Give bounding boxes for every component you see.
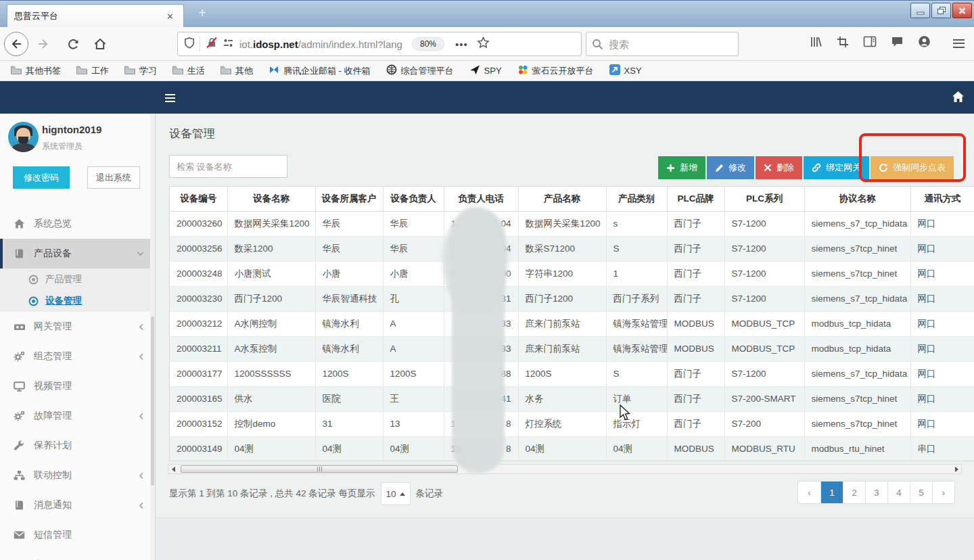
column-header[interactable]: PLC品牌 — [667, 187, 724, 211]
browser-tab[interactable]: 思普云平台 ✕ — [7, 4, 184, 28]
search-icon — [592, 39, 603, 50]
table-row[interactable]: 200003165供水医院王41水务订单西门子S7-200-SMARTsieme… — [170, 386, 974, 411]
submenu-item-设备管理[interactable]: 设备管理 — [0, 290, 155, 312]
column-header[interactable]: 设备名称 — [227, 187, 315, 211]
page-button-3[interactable]: 3 — [865, 482, 887, 503]
account-icon[interactable] — [918, 35, 931, 51]
page-button-5[interactable]: 5 — [910, 482, 932, 503]
window-close-button[interactable] — [952, 3, 972, 18]
bookmark-item[interactable]: 其他 — [221, 65, 253, 77]
table-row[interactable]: 20000314904测04测04测15804测04测MODBUSMODBUS_… — [170, 436, 974, 461]
logout-button[interactable]: 退出系统 — [87, 166, 140, 189]
cell-owner: 小唐 — [383, 261, 444, 286]
device-search-input[interactable] — [169, 155, 287, 178]
delete-button[interactable]: 删除 — [756, 156, 802, 179]
column-header[interactable]: 设备负责人 — [383, 187, 444, 211]
sidebar-item-组态管理[interactable]: 组态管理 — [0, 342, 155, 371]
bookmark-item[interactable]: 学习 — [124, 65, 157, 77]
table-row[interactable]: 200003152控制demo311318灯控系统指示灯西门子S7-200sie… — [170, 411, 974, 436]
bookmark-item[interactable]: 腾讯企业邮箱 - 收件箱 — [269, 64, 371, 77]
sidebar-item-消息通知[interactable]: 消息通知 — [0, 490, 155, 520]
bookmark-item[interactable]: 萤石云开放平台 — [517, 64, 594, 77]
column-header[interactable]: 设备编号 — [170, 187, 227, 211]
horizontal-scrollbar[interactable] — [168, 464, 962, 474]
folder-bookmark-icon — [124, 66, 135, 76]
page-button-4[interactable]: 4 — [887, 482, 910, 503]
screenshot-crop-icon[interactable] — [837, 36, 849, 51]
insecure-lock-icon[interactable] — [206, 37, 218, 51]
sidebar-item-视频管理[interactable]: 视频管理 — [0, 371, 155, 401]
permissions-icon[interactable] — [223, 38, 234, 51]
reload-button[interactable] — [61, 32, 85, 56]
bookmark-item[interactable]: XSY — [609, 64, 642, 77]
column-header[interactable]: 产品类别 — [606, 187, 667, 211]
new-tab-button[interactable]: + — [193, 5, 211, 22]
window-minimize-button[interactable] — [910, 3, 930, 18]
sidebar-item-联动控制[interactable]: 联动控制 — [0, 461, 155, 490]
column-header[interactable]: 通讯方式 — [910, 187, 974, 211]
browser-search-bar[interactable] — [586, 32, 739, 56]
table-row[interactable]: 2000031771200SSSSSS1200S1200S881200SS西门子… — [170, 361, 974, 386]
table-row[interactable]: 200003212A水闸控制镇海水利A33庶来门前泵站镇海泵站管理MODBUSM… — [170, 311, 974, 336]
bookmark-item[interactable]: 综合管理平台 — [386, 64, 454, 77]
sidebar-item-车间管理[interactable]: 车间管理 — [0, 550, 155, 560]
page-size-dropdown[interactable]: 10 — [381, 482, 411, 505]
table-row[interactable]: 200003248小唐测试小唐小唐100字符串12001西门子S7-1200si… — [170, 261, 974, 286]
scroll-right-arrow[interactable] — [952, 465, 961, 473]
home-button[interactable] — [88, 32, 112, 56]
tab-close-icon[interactable]: ✕ — [164, 11, 177, 22]
column-header[interactable]: 协议名称 — [804, 187, 910, 211]
cell-comm: 网口 — [910, 286, 974, 311]
browser-search-input[interactable] — [609, 39, 717, 50]
column-header[interactable]: PLC系列 — [724, 187, 804, 211]
submenu-item-产品管理[interactable]: 产品管理 — [0, 269, 155, 290]
pocket-bubble-icon[interactable] — [891, 36, 904, 51]
change-password-button[interactable]: 修改密码 — [13, 166, 70, 189]
page-button-2[interactable]: 2 — [843, 482, 865, 503]
menu-hamburger-icon[interactable] — [953, 37, 965, 50]
sidebar-item-故障管理[interactable]: 故障管理 — [0, 401, 155, 431]
url-bar[interactable]: iot.idosp.net/admin/index.html?lang 80% … — [177, 32, 582, 56]
page-actions-icon[interactable]: ••• — [455, 39, 468, 50]
edit-button[interactable]: 修改 — [707, 156, 754, 179]
app-home-icon[interactable] — [952, 91, 965, 106]
bookmark-item[interactable]: 生活 — [172, 65, 205, 77]
bookmark-item[interactable]: 其他书签 — [11, 65, 61, 77]
sidebar-scrollbar[interactable] — [150, 114, 155, 560]
sidebars-icon[interactable] — [863, 36, 877, 50]
tracking-shield-icon[interactable] — [183, 37, 195, 52]
column-header[interactable]: 产品名称 — [518, 187, 606, 211]
sidebar-toggle-icon[interactable] — [165, 92, 175, 104]
sidebar-item-网关管理[interactable]: 网关管理 — [0, 312, 155, 342]
scroll-left-arrow[interactable] — [168, 465, 178, 473]
page-button-›[interactable]: › — [932, 482, 954, 503]
scrollbar-thumb[interactable] — [181, 465, 458, 473]
back-button[interactable] — [4, 32, 28, 56]
page-button-1[interactable]: 1 — [820, 482, 843, 503]
avatar[interactable] — [8, 122, 39, 152]
dot-circle-icon — [28, 296, 39, 306]
sidebar-item-label: 消息通知 — [34, 499, 72, 511]
bookmark-item[interactable]: 工作 — [76, 65, 109, 77]
window-restore-button[interactable] — [931, 3, 951, 18]
library-icon[interactable] — [810, 36, 822, 51]
table-row[interactable]: 200003230西门子1200华辰智通科技孔31西门子1200西门子系列西门子… — [170, 286, 974, 311]
sidebar-item-保养计划[interactable]: 保养计划 — [0, 431, 155, 461]
cell-category: S — [606, 236, 667, 261]
sidebar-item-产品设备[interactable]: 产品设备 — [0, 239, 155, 269]
table-row[interactable]: 200003256数采1200华辰华辰104数采S71200S西门子S7-120… — [170, 236, 974, 261]
page-button-‹[interactable]: ‹ — [798, 482, 820, 503]
cell-plc_series: S7-1200 — [724, 261, 804, 286]
sitemap-icon — [14, 469, 26, 482]
column-header[interactable]: 设备所属客户 — [315, 187, 383, 211]
sidebar-item-系统总览[interactable]: 系统总览 — [0, 209, 155, 239]
table-row[interactable]: 200003211A水泵控制镇海水利A33庶来门前泵站镇海泵站管理MODBUSM… — [170, 336, 974, 361]
cell-owner: 孔 — [383, 286, 444, 311]
sidebar-item-短信管理[interactable]: 短信管理 — [0, 520, 155, 550]
forward-button[interactable] — [31, 32, 55, 56]
add-button[interactable]: 新增 — [658, 156, 705, 179]
table-row[interactable]: 200003260数据网关采集1200华辰华辰104数据网关采集1200s西门子… — [170, 211, 974, 236]
bookmark-item[interactable]: SPY — [469, 64, 502, 77]
zoom-level-badge[interactable]: 80% — [412, 37, 444, 51]
bookmark-star-icon[interactable] — [477, 37, 490, 51]
